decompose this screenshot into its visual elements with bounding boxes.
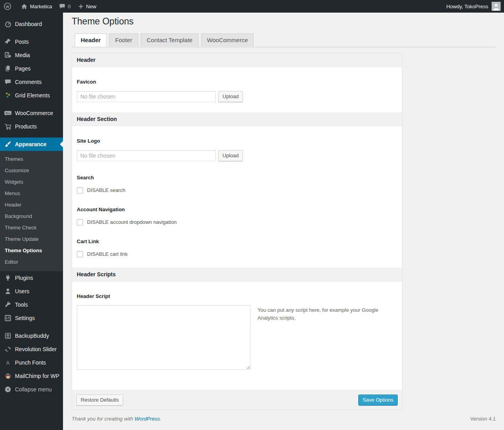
appearance-brush-icon xyxy=(4,140,12,148)
favicon-file-input[interactable] xyxy=(77,91,216,102)
letter-a-icon: A xyxy=(4,359,12,367)
sidebar-item-tools[interactable]: Tools xyxy=(0,298,63,311)
sidebar-item-grid-elements[interactable]: Grid Elements xyxy=(0,89,63,102)
disable-search-row[interactable]: DISABLE search xyxy=(77,187,397,194)
wordpress-logo-icon: W xyxy=(4,2,11,10)
header-script-label: Header Script xyxy=(77,293,397,299)
home-icon xyxy=(21,3,28,10)
menu-separator xyxy=(0,133,63,138)
submenu-widgets[interactable]: Widgets xyxy=(0,176,63,188)
sidebar-item-woocommerce[interactable]: Woo WooCommerce xyxy=(0,106,63,120)
section-header-section: Header Section xyxy=(72,112,402,126)
submenu-customize[interactable]: Customize xyxy=(0,165,63,176)
submenu-themes[interactable]: Themes xyxy=(0,153,63,165)
sidebar-item-label: Collapse menu xyxy=(15,386,52,393)
howdy-text: Howdy, TokoPress xyxy=(447,4,488,9)
menu-separator xyxy=(0,31,63,35)
mailchimp-monkey-icon xyxy=(4,372,12,380)
sidebar-item-users[interactable]: Users xyxy=(0,285,63,298)
comment-bubble-icon xyxy=(59,3,65,9)
comments-icon xyxy=(4,78,12,86)
tab-woocommerce[interactable]: WooCommerce xyxy=(201,34,254,47)
sidebar-item-plugins[interactable]: Plugins xyxy=(0,271,63,285)
disable-search-checkbox[interactable] xyxy=(77,187,83,194)
sidebar-item-label: Dashboard xyxy=(15,21,42,27)
submenu-background[interactable]: Background xyxy=(0,210,63,222)
site-logo-upload-button[interactable]: Upload xyxy=(218,150,243,161)
sidebar-item-collapse-menu[interactable]: Collapse menu xyxy=(0,383,63,396)
appearance-submenu: Themes Customize Widgets Menus Header Ba… xyxy=(0,151,63,271)
sidebar-item-label: Plugins xyxy=(15,275,33,281)
tab-bar: Header Footer Contact Template WooCommer… xyxy=(72,33,496,47)
disable-cart-checkbox[interactable] xyxy=(77,251,83,257)
grid-elements-icon xyxy=(4,91,12,99)
sidebar-item-label: Posts xyxy=(15,39,29,45)
svg-text:A: A xyxy=(6,360,10,366)
plugin-icon xyxy=(4,274,12,282)
sidebar-item-dashboard[interactable]: Dashboard xyxy=(0,17,63,31)
sidebar-item-appearance[interactable]: Appearance xyxy=(0,138,63,151)
media-icon xyxy=(4,51,12,59)
thanks-prefix: Thank you for creating with xyxy=(72,416,135,422)
favicon-upload-button[interactable]: Upload xyxy=(218,91,243,102)
submenu-header[interactable]: Header xyxy=(0,199,63,210)
disable-cart-label: DISABLE cart link xyxy=(87,251,128,257)
header-script-textarea[interactable] xyxy=(77,305,250,370)
sidebar-item-pages[interactable]: Pages xyxy=(0,62,63,75)
submenu-theme-options[interactable]: Theme Options xyxy=(0,245,63,256)
wordpress-link[interactable]: WordPress xyxy=(135,416,160,422)
submenu-editor[interactable]: Editor xyxy=(0,256,63,268)
sidebar-item-label: Appearance xyxy=(15,141,46,147)
backupbuddy-icon xyxy=(4,332,12,340)
sidebar-item-settings[interactable]: Settings xyxy=(0,311,63,325)
site-name-menu[interactable]: Marketica xyxy=(17,0,56,13)
account-menu[interactable]: Howdy, TokoPress xyxy=(443,0,504,13)
favicon-file-row: Upload xyxy=(77,91,397,102)
comment-count: 0 xyxy=(68,4,70,9)
new-content-menu[interactable]: New xyxy=(74,0,100,13)
theme-options-panel: Header Favicon Upload Header Section Sit… xyxy=(72,53,402,410)
panel-footer: Restore Defaults Save Options xyxy=(72,390,402,410)
menu-separator xyxy=(0,102,63,106)
restore-defaults-button[interactable]: Restore Defaults xyxy=(76,395,123,406)
site-logo-file-input[interactable] xyxy=(77,150,216,161)
sidebar-item-label: Products xyxy=(15,123,37,130)
sidebar-item-label: Grid Elements xyxy=(15,92,50,99)
new-label: New xyxy=(86,4,96,9)
tab-header[interactable]: Header xyxy=(75,34,107,47)
sidebar-item-label: Users xyxy=(15,288,30,294)
section-header-scripts-body: Header Script You can put any script her… xyxy=(72,281,402,370)
wrench-icon xyxy=(4,301,12,309)
comments-menu[interactable]: 0 xyxy=(56,0,74,13)
pages-icon xyxy=(4,65,12,73)
sidebar-item-backupbuddy[interactable]: BackupBuddy xyxy=(0,329,63,343)
account-navigation-label: Account Navigation xyxy=(77,207,397,212)
user-icon xyxy=(4,287,12,295)
tab-footer[interactable]: Footer xyxy=(109,34,138,47)
disable-cart-row[interactable]: DISABLE cart link xyxy=(77,251,397,257)
sidebar-item-label: Revolution Slider xyxy=(15,346,57,352)
sidebar-item-mailchimp[interactable]: MailChimp for WP xyxy=(0,369,63,383)
sidebar-item-media[interactable]: Media xyxy=(0,48,63,62)
sidebar-item-comments[interactable]: Comments xyxy=(0,75,63,89)
sidebar-item-posts[interactable]: Posts xyxy=(0,35,63,48)
user-avatar xyxy=(491,2,501,11)
sidebar-item-label: MailChimp for WP xyxy=(15,373,59,379)
sidebar-item-products[interactable]: Products xyxy=(0,120,63,133)
cart-icon xyxy=(4,123,12,130)
thanks-suffix: . xyxy=(160,416,161,422)
page-footer: Thank you for creating with WordPress. V… xyxy=(72,416,496,422)
submenu-theme-check[interactable]: Theme Check xyxy=(0,222,63,233)
disable-account-checkbox[interactable] xyxy=(77,219,83,225)
save-options-button[interactable]: Save Options xyxy=(358,395,398,406)
tab-contact-template[interactable]: Contact Template xyxy=(141,34,198,47)
disable-account-row[interactable]: DISABLE account dropdown navigation xyxy=(77,219,397,225)
svg-text:Woo: Woo xyxy=(6,112,11,114)
sidebar-item-revolution-slider[interactable]: Revolution Slider xyxy=(0,343,63,356)
section-header: Header xyxy=(72,53,402,67)
site-logo-label: Site Logo xyxy=(77,138,397,144)
sidebar-item-punch-fonts[interactable]: A Punch Fonts xyxy=(0,356,63,369)
submenu-menus[interactable]: Menus xyxy=(0,188,63,199)
submenu-theme-update[interactable]: Theme Update xyxy=(0,233,63,245)
wp-logo-menu[interactable]: W xyxy=(0,0,17,13)
